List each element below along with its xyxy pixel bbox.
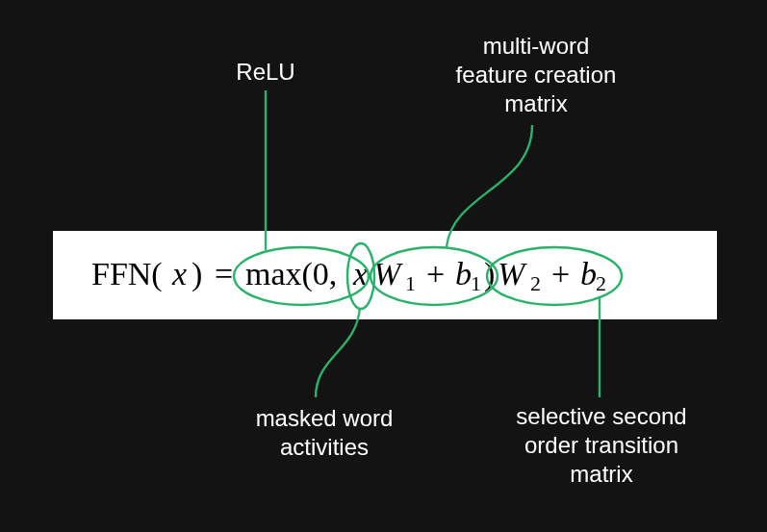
eq-equals: =	[215, 256, 233, 292]
connector-multiword	[447, 125, 532, 247]
eq-W1: W	[373, 256, 400, 292]
eq-x: x	[353, 256, 368, 292]
equation-strip: FFN( x ) = max(0, x W 1 + b 1 ) W 2 + b …	[53, 231, 717, 319]
eq-plus1: +	[426, 256, 445, 292]
eq-b2: b	[580, 256, 597, 292]
eq-b2-sub: 2	[596, 271, 606, 296]
eq-x-arg: x	[172, 256, 187, 292]
eq-ffn: FFN(	[91, 256, 163, 292]
ffn-equation: FFN( x ) = max(0, x W 1 + b 1 ) W 2 + b …	[53, 231, 717, 319]
eq-plus2: +	[551, 256, 570, 292]
label-relu: ReLU	[217, 58, 314, 87]
label-selective-second-order-transition-matrix: selective second order transition matrix	[481, 402, 722, 489]
eq-W1-sub: 1	[405, 271, 416, 296]
eq-W2: W	[498, 256, 524, 292]
eq-close2: )	[484, 256, 495, 292]
label-multiword-feature-creation-matrix: multi-word feature creation matrix	[411, 32, 661, 118]
label-masked-word-activities: masked word activities	[218, 404, 430, 462]
eq-b1-sub: 1	[471, 271, 481, 296]
eq-close1: )	[192, 256, 202, 292]
connector-masked	[316, 308, 360, 397]
eq-max: max(0,	[245, 256, 337, 292]
eq-b1: b	[455, 256, 472, 292]
eq-W2-sub: 2	[530, 271, 541, 296]
diagram-stage: ReLU multi-word feature creation matrix …	[0, 0, 767, 532]
